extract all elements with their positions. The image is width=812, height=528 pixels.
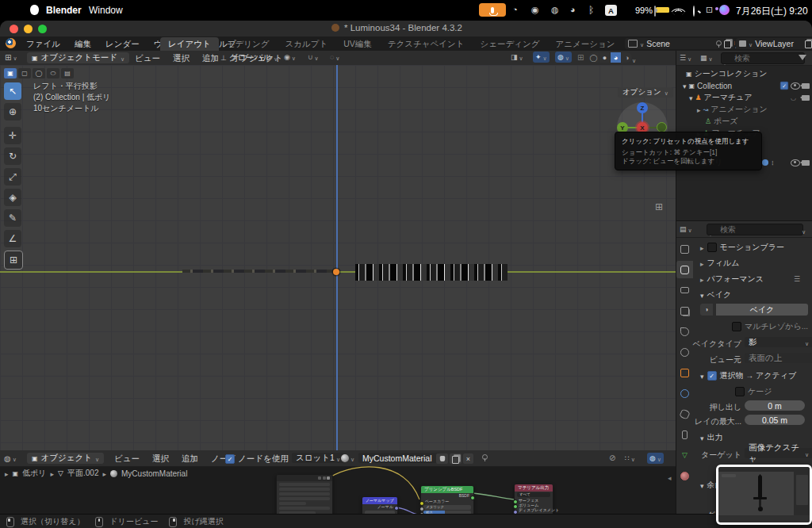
tab-sculpt[interactable]: スカルプト: [277, 37, 335, 51]
image-node-field[interactable]: [279, 502, 306, 506]
breadcrumb-object[interactable]: 低ポリ: [22, 468, 46, 479]
unlink-material-button[interactable]: ×: [463, 453, 473, 464]
app-menu[interactable]: Blender: [46, 5, 82, 16]
editor-type-3dview-button[interactable]: ⊞: [5, 52, 17, 62]
selected-to-active-row[interactable]: ✓ 選択物 → アクティブ: [700, 370, 796, 381]
shading-rendered-button[interactable]: ◑: [622, 52, 632, 63]
app-menubar-icon[interactable]: ◕: [570, 5, 576, 14]
tab-shading[interactable]: シェーディング: [473, 37, 548, 51]
slot-dropdown[interactable]: スロット1: [292, 453, 344, 463]
viewlayer-selector[interactable]: ViewLayer: [736, 38, 812, 49]
sidebar-collapse-arrow[interactable]: ◂: [668, 474, 672, 482]
select-tweak-button[interactable]: ▣: [4, 68, 17, 78]
window-titlebar[interactable]: * Luminous34 - Blender 4.3.2: [0, 21, 812, 36]
tool-scale[interactable]: ⤢: [4, 168, 21, 186]
breadcrumb-mesh[interactable]: 平面.002: [67, 468, 98, 479]
bake-type-dropdown[interactable]: 影: [745, 337, 812, 347]
menu-render[interactable]: レンダー: [98, 36, 147, 51]
select-circle-button[interactable]: ◯: [33, 68, 45, 78]
tool-cursor[interactable]: ⊕: [4, 103, 21, 121]
tool-add-cube[interactable]: ⊞: [4, 251, 23, 270]
input-source-icon[interactable]: A: [605, 5, 617, 16]
tool-annotate[interactable]: ✎: [4, 209, 21, 227]
extrusion-field[interactable]: 0 m: [745, 400, 805, 411]
transform-orientation-dropdown[interactable]: ⊥ グローバル: [220, 52, 278, 63]
outliner-row-collection[interactable]: ▣ Collection ✓: [676, 80, 812, 91]
motion-blur-checkbox[interactable]: [707, 243, 717, 252]
display-menubar-icon[interactable]: ⊡: [706, 5, 713, 15]
apple-menu-icon[interactable]: [30, 5, 39, 15]
panel-motion-blur[interactable]: モーションブラー: [700, 242, 784, 253]
tool-measure[interactable]: ∠: [4, 230, 21, 247]
tab-layout[interactable]: レイアウト: [160, 37, 219, 51]
editor-type-shader-button[interactable]: ◍: [4, 453, 17, 463]
tool-select-box[interactable]: ↖: [4, 82, 21, 100]
tool-move[interactable]: ✛: [4, 127, 21, 144]
image-node-field[interactable]: [279, 483, 330, 487]
panel-output[interactable]: 出力: [700, 432, 723, 443]
scene-name[interactable]: Scene: [646, 39, 670, 48]
normal-output-socket[interactable]: [394, 506, 399, 511]
select-menu[interactable]: 選択: [167, 51, 196, 65]
modifier-wrench-icon[interactable]: [762, 159, 768, 166]
shading-material-button[interactable]: ◕: [611, 52, 621, 63]
options-dropdown[interactable]: オプション: [618, 87, 673, 98]
tab-viewlayer[interactable]: [676, 302, 693, 319]
shading-dropdown[interactable]: [632, 55, 636, 64]
panel-film[interactable]: フィルム: [700, 258, 739, 269]
properties-options-dropdown[interactable]: [802, 226, 806, 235]
mesh-strip-textured[interactable]: [355, 264, 508, 281]
disable-render-icon[interactable]: [802, 95, 810, 101]
close-window-button[interactable]: [10, 25, 18, 33]
menu-edit[interactable]: 編集: [67, 36, 98, 51]
pivot-point-dropdown[interactable]: ◉: [284, 52, 296, 62]
selected-to-active-checkbox[interactable]: ✓: [707, 371, 717, 381]
material-output-node[interactable]: マテリアル出力 すべて サーフェス ボリューム ディスプレイスメント: [514, 484, 553, 514]
snap-node-dropdown[interactable]: ∷: [625, 453, 635, 463]
disable-render-icon[interactable]: [802, 83, 810, 89]
show-overlays-toggle[interactable]: ◍: [555, 52, 572, 63]
screenshot-preview-thumbnail[interactable]: [716, 465, 812, 525]
panel-performance[interactable]: パフォーマンス ☰: [700, 274, 764, 285]
shader-add-menu[interactable]: 追加: [175, 451, 205, 465]
menu-file[interactable]: ファイル: [19, 36, 67, 51]
tab-modifiers[interactable]: [676, 385, 693, 402]
use-nodes-row[interactable]: ✓ ノードを使用: [225, 453, 289, 465]
siri-icon[interactable]: [719, 5, 730, 15]
multires-row[interactable]: マルチレゾから...: [732, 321, 808, 332]
gizmo-z-axis[interactable]: Z: [637, 102, 648, 113]
select-lasso-button[interactable]: ⬭: [47, 68, 59, 78]
collection-checkbox[interactable]: ✓: [780, 82, 788, 90]
menubar-clock[interactable]: 7月26日(土) 9:20: [736, 5, 808, 18]
pin-icon[interactable]: [714, 40, 722, 48]
shading-solid-button[interactable]: ●: [599, 52, 610, 63]
obs-menubar-icon[interactable]: ◔: [512, 5, 518, 14]
principled-bsdf-node[interactable]: プリンシプルBSDF BSDF ベースカラー メタリック 粗さ IOR: [420, 485, 474, 514]
cage-row[interactable]: ケージ: [735, 386, 772, 397]
outliner-row-pose[interactable]: ♙ ポーズ: [676, 116, 812, 127]
snap-toggle[interactable]: ∪: [308, 52, 319, 62]
editor-type-outliner-button[interactable]: ☰: [680, 53, 691, 63]
new-material-button[interactable]: [450, 453, 462, 464]
xray-toggle[interactable]: ⊞: [577, 53, 584, 62]
mode-dropdown[interactable]: ▣ オブジェクトモード: [27, 52, 129, 63]
mesh-strip-left[interactable]: [182, 270, 336, 273]
use-nodes-checkbox[interactable]: ✓: [225, 454, 235, 464]
new-scene-icon[interactable]: [724, 40, 731, 48]
select-paint-button[interactable]: ▤: [61, 68, 74, 78]
view-menu[interactable]: ビュー: [128, 51, 167, 65]
hide-eye-icon[interactable]: [791, 159, 800, 166]
tab-scene[interactable]: [676, 323, 693, 340]
multires-checkbox[interactable]: [732, 322, 741, 331]
image-node-field[interactable]: [279, 492, 330, 496]
material-name-field[interactable]: MyCustomMaterial: [358, 453, 441, 463]
viewlayer-name[interactable]: ViewLayer: [755, 39, 794, 48]
ortho-grid-icon[interactable]: ⊞: [655, 201, 663, 212]
tab-texpaint[interactable]: テクスチャペイント: [380, 37, 473, 51]
image-node-field[interactable]: [279, 488, 330, 492]
disable-render-icon[interactable]: [802, 160, 810, 166]
outliner-row-animation[interactable]: ↝ アニメーション: [676, 104, 812, 115]
panel-bake[interactable]: ベイク: [700, 289, 731, 300]
cage-checkbox[interactable]: [735, 387, 745, 396]
tool-rotate[interactable]: ↻: [4, 147, 21, 165]
